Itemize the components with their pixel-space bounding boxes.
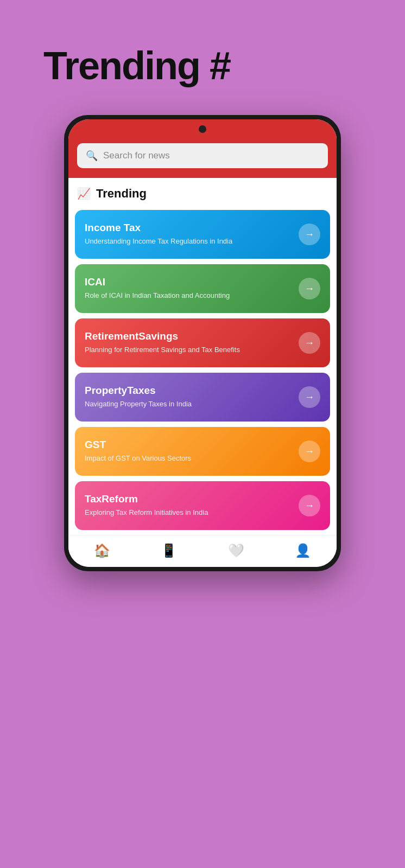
home-icon: 🏠 bbox=[94, 543, 110, 558]
trending-card-taxreform[interactable]: TaxReform Exploring Tax Reform Initiativ… bbox=[75, 481, 330, 530]
card-subtitle: Planning for Retirement Savings and Tax … bbox=[85, 345, 293, 355]
search-bar-wrapper: 🔍 Search for news bbox=[68, 139, 337, 178]
phone-inner: 🔍 Search for news 📈 Trending Income Tax … bbox=[68, 119, 337, 567]
nav-favorites[interactable]: 🤍 bbox=[228, 543, 244, 558]
trending-card-income-tax[interactable]: Income Tax Understanding Income Tax Regu… bbox=[75, 210, 330, 259]
card-title: Income Tax bbox=[85, 222, 293, 234]
trending-nav-icon: 📱 bbox=[161, 543, 177, 558]
heart-icon: 🤍 bbox=[228, 543, 244, 558]
card-arrow: → bbox=[299, 386, 320, 408]
search-icon: 🔍 bbox=[86, 150, 98, 162]
bottom-nav: 🏠 📱 🤍 👤 bbox=[68, 535, 337, 567]
phone-content: 📈 Trending Income Tax Understanding Inco… bbox=[68, 178, 337, 533]
trending-section-header: 📈 Trending bbox=[68, 178, 337, 207]
profile-icon: 👤 bbox=[295, 543, 311, 558]
card-arrow: → bbox=[299, 495, 320, 516]
phone-header: 🔍 Search for news bbox=[68, 119, 337, 178]
card-title: GST bbox=[85, 439, 293, 451]
page-title: Trending # bbox=[43, 43, 230, 88]
card-text: GST Impact of GST on Various Sectors bbox=[85, 439, 293, 463]
card-arrow: → bbox=[299, 441, 320, 462]
card-text: ICAI Role of ICAI in Indian Taxation and… bbox=[85, 276, 293, 301]
card-subtitle: Impact of GST on Various Sectors bbox=[85, 454, 293, 463]
card-title: TaxReform bbox=[85, 493, 293, 505]
card-title: PropertyTaxes bbox=[85, 385, 293, 397]
phone-frame: 🔍 Search for news 📈 Trending Income Tax … bbox=[64, 115, 341, 571]
search-bar[interactable]: 🔍 Search for news bbox=[77, 143, 328, 168]
nav-trending[interactable]: 📱 bbox=[161, 543, 177, 558]
card-arrow: → bbox=[299, 332, 320, 354]
card-text: RetirementSavings Planning for Retiremen… bbox=[85, 330, 293, 355]
card-subtitle: Understanding Income Tax Regulations in … bbox=[85, 237, 293, 246]
card-arrow: → bbox=[299, 224, 320, 245]
trending-card-gst[interactable]: GST Impact of GST on Various Sectors → bbox=[75, 427, 330, 476]
search-placeholder: Search for news bbox=[103, 150, 170, 161]
trending-icon: 📈 bbox=[77, 187, 91, 200]
card-title: ICAI bbox=[85, 276, 293, 288]
card-title: RetirementSavings bbox=[85, 330, 293, 342]
trending-title: Trending bbox=[96, 187, 147, 201]
card-arrow: → bbox=[299, 278, 320, 299]
trending-card-property-taxes[interactable]: PropertyTaxes Navigating Property Taxes … bbox=[75, 373, 330, 422]
card-subtitle: Navigating Property Taxes in India bbox=[85, 399, 293, 409]
card-subtitle: Role of ICAI in Indian Taxation and Acco… bbox=[85, 291, 293, 301]
nav-home[interactable]: 🏠 bbox=[94, 543, 110, 558]
card-text: PropertyTaxes Navigating Property Taxes … bbox=[85, 385, 293, 409]
trending-card-icai[interactable]: ICAI Role of ICAI in Indian Taxation and… bbox=[75, 264, 330, 313]
status-bar bbox=[68, 119, 337, 139]
card-text: Income Tax Understanding Income Tax Regu… bbox=[85, 222, 293, 246]
card-subtitle: Exploring Tax Reform Initiatives in Indi… bbox=[85, 508, 293, 518]
trending-cards-list: Income Tax Understanding Income Tax Regu… bbox=[68, 207, 337, 533]
camera-dot bbox=[199, 125, 206, 133]
card-text: TaxReform Exploring Tax Reform Initiativ… bbox=[85, 493, 293, 518]
trending-card-retirement[interactable]: RetirementSavings Planning for Retiremen… bbox=[75, 318, 330, 367]
nav-profile[interactable]: 👤 bbox=[295, 543, 311, 558]
